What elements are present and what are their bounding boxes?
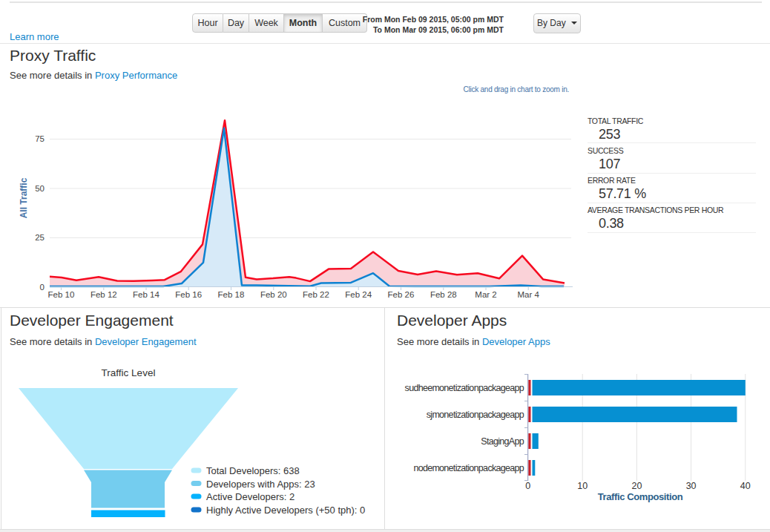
svg-text:75: 75	[35, 134, 45, 143]
svg-text:Mar 4: Mar 4	[517, 290, 539, 299]
svg-text:sudheemonetizationpackageapp: sudheemonetizationpackageapp	[405, 383, 524, 393]
svg-text:Feb 26: Feb 26	[388, 290, 415, 299]
svg-text:Feb 10: Feb 10	[48, 290, 75, 299]
svg-text:Feb 24: Feb 24	[345, 290, 372, 299]
svg-text:Feb 18: Feb 18	[218, 290, 245, 299]
svg-text:40: 40	[740, 481, 751, 491]
svg-text:Feb 20: Feb 20	[260, 290, 287, 299]
svg-text:20: 20	[631, 481, 642, 491]
svg-text:Developers with Apps: 23: Developers with Apps: 23	[206, 479, 315, 490]
svg-text:Feb 28: Feb 28	[430, 290, 457, 299]
svg-text:Feb 12: Feb 12	[91, 290, 117, 299]
svg-text:StagingApp: StagingApp	[481, 436, 524, 447]
svg-text:sjmonetizationpackageapp: sjmonetizationpackageapp	[427, 410, 524, 420]
svg-text:Feb 22: Feb 22	[303, 290, 329, 299]
svg-text:nodemonetizationpackageapp: nodemonetizationpackageapp	[413, 463, 524, 473]
svg-text:0: 0	[40, 283, 45, 292]
svg-text:Feb 14: Feb 14	[133, 290, 159, 299]
svg-text:50: 50	[35, 184, 45, 193]
svg-text:Active Developers: 2: Active Developers: 2	[206, 491, 294, 502]
svg-text:0: 0	[525, 481, 530, 491]
svg-text:Mar 2: Mar 2	[475, 290, 496, 299]
svg-text:All Traffic: All Traffic	[19, 177, 29, 218]
svg-text:Feb 16: Feb 16	[175, 290, 202, 299]
svg-text:30: 30	[686, 481, 697, 491]
svg-text:25: 25	[35, 233, 45, 242]
svg-text:Total Developers: 638: Total Developers: 638	[206, 465, 300, 476]
svg-text:Highly Active Developers (+50: Highly Active Developers (+50 tph): 0	[206, 505, 365, 516]
svg-text:10: 10	[577, 481, 588, 491]
svg-text:Traffic Composition: Traffic Composition	[598, 491, 683, 502]
